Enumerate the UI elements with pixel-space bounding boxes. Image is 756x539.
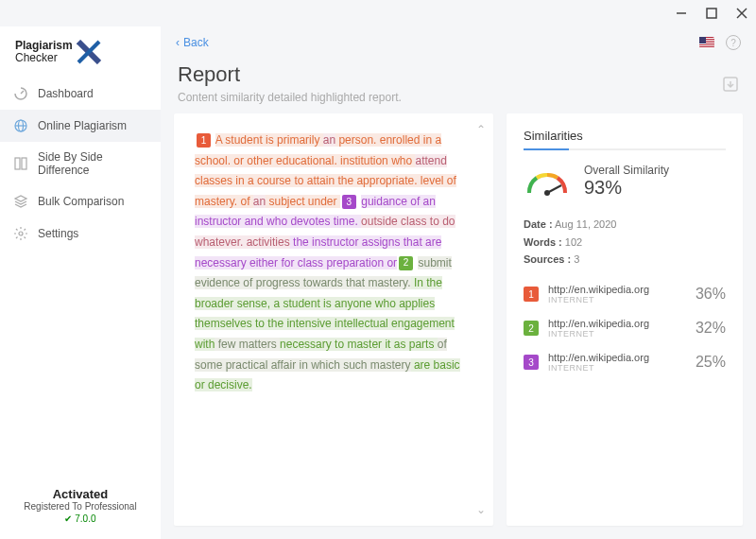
report-text-panel: 1 A student is primarily an person. enro… bbox=[174, 113, 493, 526]
source-url: http://en.wikipedia.org bbox=[548, 284, 686, 295]
minimize-button[interactable] bbox=[675, 7, 688, 20]
registered-label: Registered To Professional bbox=[9, 501, 151, 512]
svg-rect-9 bbox=[22, 158, 26, 169]
source-info: http://en.wikipedia.orgINTERNET bbox=[548, 318, 686, 339]
sidebar-item-label: Online Plagiarism bbox=[38, 119, 127, 132]
highlighted-text: 1 A student is primarily an person. enro… bbox=[195, 130, 469, 396]
svg-rect-8 bbox=[15, 158, 20, 169]
highlighted-segment: attend bbox=[415, 154, 446, 167]
highlighted-segment: subject under bbox=[266, 195, 340, 208]
maximize-button[interactable] bbox=[705, 7, 718, 20]
scroll-indicator: ⌃ ⌄ bbox=[476, 123, 486, 516]
page-title: Report bbox=[178, 62, 402, 87]
source-tag: INTERNET bbox=[548, 363, 686, 373]
scroll-up-icon[interactable]: ⌃ bbox=[476, 123, 486, 136]
source-number-badge: 3 bbox=[524, 355, 539, 370]
scroll-down-icon[interactable]: ⌄ bbox=[476, 503, 486, 516]
app-body: Plagiarism Checker Dashboard Online Plag… bbox=[0, 26, 756, 539]
logo-x-icon bbox=[77, 40, 101, 64]
dashboard-icon bbox=[13, 86, 28, 101]
highlighted-segment: A student is primarily bbox=[215, 133, 323, 147]
side-by-side-icon bbox=[13, 156, 28, 171]
source-item[interactable]: 1http://en.wikipedia.orgINTERNET36% bbox=[524, 284, 726, 304]
highlighted-segment: an bbox=[323, 133, 335, 147]
logo: Plagiarism Checker bbox=[0, 34, 161, 78]
highlighted-segment: an bbox=[253, 195, 266, 208]
overall-label: Overall Similarity bbox=[584, 164, 669, 177]
sidebar-item-label: Bulk Comparison bbox=[38, 195, 124, 208]
content: 1 A student is primarily an person. enro… bbox=[161, 113, 756, 539]
similarities-title: Similarities bbox=[524, 129, 726, 148]
overall-percentage: 93% bbox=[584, 177, 669, 199]
page-subtitle: Content similarity detailed highlighted … bbox=[178, 91, 402, 104]
globe-icon bbox=[13, 118, 28, 133]
language-flag-icon[interactable] bbox=[699, 37, 714, 48]
similarities-panel: Similarities Overall Similarity 93% Date… bbox=[507, 113, 743, 526]
source-percentage: 32% bbox=[696, 320, 726, 337]
svg-rect-1 bbox=[707, 9, 716, 18]
source-badge[interactable]: 2 bbox=[399, 256, 413, 270]
sources-list: 1http://en.wikipedia.orgINTERNET36%2http… bbox=[524, 284, 726, 373]
bulk-icon bbox=[13, 194, 28, 209]
sidebar-item-online-plagiarism[interactable]: Online Plagiarism bbox=[0, 110, 161, 142]
back-button[interactable]: ‹ Back bbox=[176, 36, 209, 49]
report-meta: Date : Aug 11, 2020 Words : 102 Sources … bbox=[524, 216, 726, 269]
source-badge[interactable]: 3 bbox=[342, 195, 356, 209]
version-label: ✔ 7.0.0 bbox=[9, 513, 151, 524]
source-percentage: 36% bbox=[696, 286, 726, 303]
sidebar-item-label: Dashboard bbox=[38, 87, 94, 100]
source-url: http://en.wikipedia.org bbox=[548, 352, 686, 363]
svg-line-4 bbox=[21, 91, 24, 94]
sidebar-item-label: Settings bbox=[38, 227, 78, 240]
source-number-badge: 1 bbox=[524, 287, 539, 302]
main: ‹ Back ? Report Content similarity detai… bbox=[161, 26, 756, 539]
sidebar-item-settings[interactable]: Settings bbox=[0, 217, 161, 250]
help-icon[interactable]: ? bbox=[726, 35, 741, 50]
source-tag: INTERNET bbox=[548, 329, 686, 339]
logo-text: Plagiarism Checker bbox=[15, 40, 73, 64]
svg-point-10 bbox=[19, 232, 23, 235]
source-percentage: 25% bbox=[696, 354, 726, 371]
svg-line-13 bbox=[547, 185, 561, 193]
source-item[interactable]: 2http://en.wikipedia.orgINTERNET32% bbox=[524, 318, 726, 339]
highlighted-segment: necessary to master it as parts bbox=[280, 338, 438, 351]
activated-label: Activated bbox=[9, 487, 151, 501]
topbar: ‹ Back ? bbox=[161, 26, 756, 59]
nav: Dashboard Online Plagiarism Side By Side… bbox=[0, 78, 161, 250]
source-info: http://en.wikipedia.orgINTERNET bbox=[548, 352, 686, 373]
source-info: http://en.wikipedia.orgINTERNET bbox=[548, 284, 686, 304]
sidebar-item-dashboard[interactable]: Dashboard bbox=[0, 78, 161, 110]
gear-icon bbox=[13, 226, 28, 241]
overall-similarity: Overall Similarity 93% bbox=[524, 164, 726, 199]
export-icon[interactable] bbox=[722, 76, 739, 93]
source-url: http://en.wikipedia.org bbox=[548, 318, 686, 329]
source-tag: INTERNET bbox=[548, 295, 686, 304]
highlighted-segment: few matters bbox=[215, 338, 280, 351]
close-button[interactable] bbox=[735, 7, 748, 20]
sidebar-item-label: Side By Side Difference bbox=[38, 150, 147, 177]
source-number-badge: 2 bbox=[524, 321, 539, 336]
sidebar-item-bulk-comparison[interactable]: Bulk Comparison bbox=[0, 185, 161, 217]
header: Report Content similarity detailed highl… bbox=[161, 59, 756, 113]
source-badge[interactable]: 1 bbox=[197, 133, 211, 148]
title-underline bbox=[524, 148, 726, 150]
source-item[interactable]: 3http://en.wikipedia.orgINTERNET25% bbox=[524, 352, 726, 373]
sidebar-item-side-by-side[interactable]: Side By Side Difference bbox=[0, 142, 161, 185]
window-titlebar bbox=[0, 0, 756, 26]
sidebar: Plagiarism Checker Dashboard Online Plag… bbox=[0, 26, 161, 539]
gauge-icon bbox=[524, 165, 571, 199]
sidebar-footer: Activated Registered To Professional ✔ 7… bbox=[0, 487, 161, 524]
